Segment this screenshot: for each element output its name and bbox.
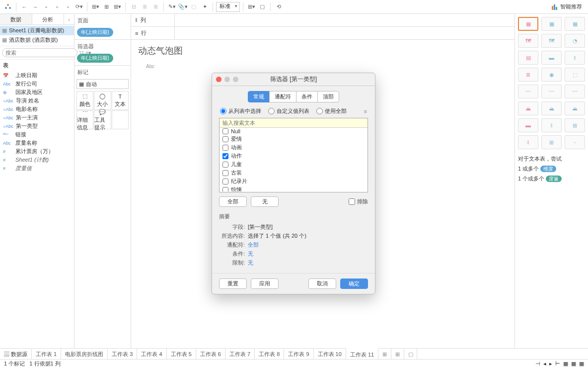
show-icon[interactable]: ⊞▾ xyxy=(246,2,256,12)
filter-mode-radio[interactable]: 自定义值列表 xyxy=(268,107,309,115)
tab-data[interactable]: 数据 xyxy=(0,14,32,24)
datasource-item[interactable]: ▦Sheet1 (豆瓣电影数据) xyxy=(0,26,74,35)
viz-thumb[interactable]: 〰 xyxy=(565,85,585,98)
filter-value-item[interactable]: 动画 xyxy=(220,143,368,152)
viz-thumb[interactable]: ⊞ xyxy=(565,118,585,132)
dialog-menu-icon[interactable]: ≡ xyxy=(364,108,367,114)
smart-recommend[interactable]: 智能推荐 xyxy=(548,3,585,10)
new-dashboard-icon[interactable]: ⊞ xyxy=(391,349,404,360)
tab-analysis[interactable]: 分析 xyxy=(32,14,65,24)
viz-thumb[interactable]: ◉ xyxy=(541,68,562,82)
viz-thumb[interactable]: ⛰ xyxy=(541,101,562,115)
back-icon[interactable]: ← xyxy=(19,2,29,12)
sort-asc-icon[interactable]: ⊞ xyxy=(101,2,111,12)
dialog-tab[interactable]: 通配符 xyxy=(269,91,296,102)
viz-thumb[interactable]: ⬚ xyxy=(565,68,585,82)
field-item[interactable]: ⊕国家及地区 xyxy=(0,88,74,96)
viz-thumb[interactable]: ▬ xyxy=(541,51,562,65)
filter-value-item[interactable]: 惊悚 xyxy=(220,185,368,191)
field-item[interactable]: =Abc导演 姓名 xyxy=(0,96,74,105)
viz-thumb[interactable]: ▦ xyxy=(518,17,538,31)
tb-icon2[interactable]: ≣ xyxy=(150,2,160,12)
swap-icon[interactable]: ⊞▾ xyxy=(90,2,100,12)
tb-icon[interactable]: ≣ xyxy=(140,2,149,12)
viz-thumb[interactable]: ⊞ xyxy=(541,135,562,149)
dialog-tab[interactable]: 常规 xyxy=(248,91,270,102)
viz-thumb[interactable]: ▬ xyxy=(518,118,538,132)
forward-icon[interactable]: → xyxy=(30,2,40,12)
field-item[interactable]: Abc度量名称 xyxy=(0,139,74,147)
exclude-checkbox[interactable]: 排除 xyxy=(349,198,368,205)
group-icon[interactable]: ⊟ xyxy=(129,2,139,12)
filter-pill[interactable]: 年(上映日期) xyxy=(77,54,113,63)
viz-thumb[interactable]: ⦀ xyxy=(541,118,562,132)
viz-thumb[interactable]: ≣ xyxy=(518,68,538,82)
present-icon[interactable]: ▢ xyxy=(257,2,267,12)
fit-select[interactable]: 标准 xyxy=(216,2,240,12)
field-item[interactable]: ᴬᵇᶜ链接 xyxy=(0,130,74,139)
mark-card[interactable] xyxy=(112,110,129,129)
sheet-tab[interactable]: 工作表 4 xyxy=(137,349,166,360)
filter-value-item[interactable]: 纪录片 xyxy=(220,177,368,185)
viz-thumb[interactable]: ⛰ xyxy=(518,101,538,115)
sheet-tab[interactable]: 工作表 3 xyxy=(108,349,137,360)
field-item[interactable]: #Sheet1 (计数) xyxy=(0,156,74,164)
datasource-tab[interactable]: ▤ 数据源 xyxy=(0,349,32,360)
field-item[interactable]: =Abc第一类型 xyxy=(0,122,74,130)
viz-thumb[interactable]: ▤ xyxy=(518,51,538,65)
sheet-tab[interactable]: 工作表 10 xyxy=(314,349,346,360)
mark-card[interactable]: 💬工具提示 xyxy=(94,110,111,129)
new-story-icon[interactable]: ▢ xyxy=(404,349,417,360)
filter-mode-radio[interactable]: 从列表中选择 xyxy=(220,107,261,115)
sheet-tab[interactable]: 工作表 9 xyxy=(284,349,313,360)
new-worksheet-icon[interactable]: ⊞ xyxy=(378,349,391,360)
apply-button[interactable]: 应用 xyxy=(251,278,279,289)
viz-thumb[interactable]: ▦ xyxy=(565,17,585,31)
viz-thumb[interactable]: ◔ xyxy=(565,34,585,48)
new-data-icon[interactable]: ▫ xyxy=(52,2,62,12)
attach-icon[interactable]: 📎▾ xyxy=(178,2,188,12)
sheet-tab[interactable]: 电影票房折线图 xyxy=(61,349,108,360)
filter-value-item[interactable]: Null xyxy=(220,128,368,135)
label-icon[interactable]: ▢ xyxy=(189,2,199,12)
viz-thumb[interactable]: 〰 xyxy=(541,85,562,98)
sheet-tab[interactable]: 工作表 1 xyxy=(32,349,61,360)
viz-thumb[interactable]: 〰 xyxy=(518,85,538,98)
refresh-icon[interactable]: ⟳▾ xyxy=(74,2,84,12)
cancel-button[interactable]: 取消 xyxy=(308,278,336,289)
filter-search-input[interactable] xyxy=(220,118,368,128)
filter-value-item[interactable]: 爱情 xyxy=(220,135,368,143)
filter-value-item[interactable]: 古装 xyxy=(220,169,368,177)
mark-card[interactable]: ⋯详细信息 xyxy=(76,110,93,129)
page-pill[interactable]: 年(上映日期) xyxy=(77,28,113,37)
field-item[interactable]: =Abc第一主演 xyxy=(0,113,74,122)
sheet-tab[interactable]: 工作表 6 xyxy=(196,349,225,360)
datasource-item[interactable]: ▦酒店数据 (酒店数据) xyxy=(0,35,74,45)
field-item[interactable]: =Abc电影名称 xyxy=(0,105,74,113)
ok-button[interactable]: 确定 xyxy=(340,278,368,289)
dialog-tab[interactable]: 条件 xyxy=(296,91,318,102)
viz-thumb[interactable]: ⛰ xyxy=(565,101,585,115)
viz-thumb[interactable]: ⦀ xyxy=(518,135,538,149)
save-icon[interactable]: ▫ xyxy=(41,2,51,12)
viz-thumb[interactable]: 🗺 xyxy=(541,34,562,48)
reset-button[interactable]: 重置 xyxy=(219,278,247,289)
filter-mode-radio[interactable]: 使用全部 xyxy=(316,107,347,115)
viz-thumb[interactable]: ⦀ xyxy=(565,51,585,65)
mark-card[interactable]: ◯大小 xyxy=(94,91,111,110)
sheet-tab[interactable]: 工作表 11 xyxy=(346,348,378,359)
select-all-button[interactable]: 全部 xyxy=(219,196,247,207)
mark-card[interactable]: ⬚颜色 xyxy=(76,91,93,110)
dialog-tab[interactable]: 顶部 xyxy=(317,91,339,102)
filter-value-item[interactable]: 儿童 xyxy=(220,160,368,169)
field-item[interactable]: 📅上映日期 xyxy=(0,71,74,80)
sheet-title[interactable]: 动态气泡图 xyxy=(138,45,508,57)
search-input[interactable] xyxy=(2,48,77,57)
filter-value-item[interactable]: 动作 xyxy=(220,152,368,160)
share-icon[interactable]: ⟲ xyxy=(274,2,284,12)
field-item[interactable]: Abc发行公司 xyxy=(0,80,74,88)
sort-desc-icon[interactable]: ⊞▾ xyxy=(112,2,122,12)
mark-card[interactable]: T文本 xyxy=(112,91,129,110)
rows-shelf[interactable]: ≡行 xyxy=(131,27,514,40)
mark-type-select[interactable]: ▦ 自动 xyxy=(76,79,129,89)
